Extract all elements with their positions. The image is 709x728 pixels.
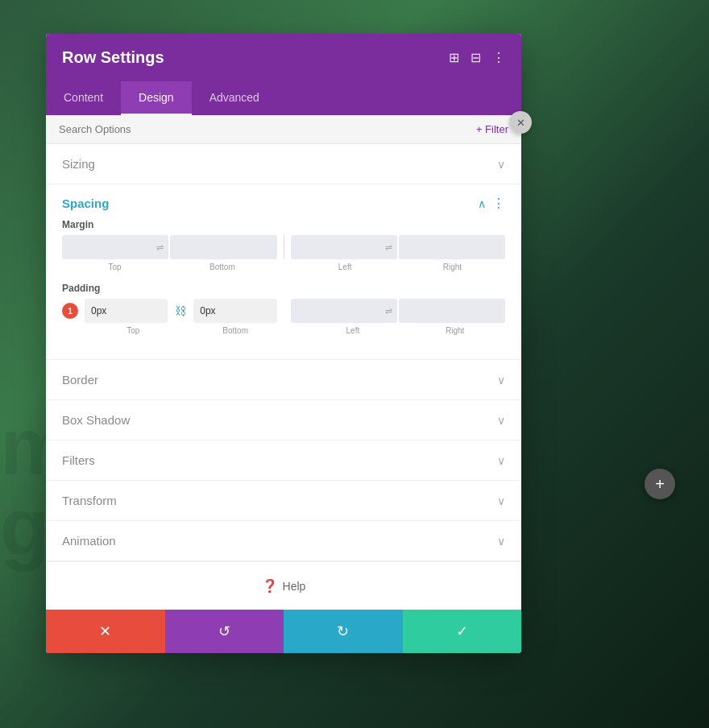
row-settings-panel: Row Settings ⊞ ⊟ ⋮ Content Design Advanc… [46, 34, 521, 653]
tabs: Content Design Advanced [46, 81, 521, 115]
padding-link-center: ⛓ [171, 304, 190, 317]
padding-top-wrap [85, 299, 168, 323]
animation-label: Animation [62, 534, 116, 548]
spacing-options-icon[interactable]: ⋮ [492, 196, 505, 211]
redo-button[interactable]: ↻ [284, 610, 403, 653]
padding-right-label: Right [404, 326, 505, 335]
margin-top-link-icon: ⇌ [156, 242, 164, 253]
margin-bottom-input[interactable] [170, 235, 276, 259]
padding-lr-group: ⇌ [291, 299, 506, 323]
filters-label: Filters [62, 453, 95, 467]
transform-chevron: ∨ [497, 494, 505, 507]
spacing-title: Spacing [62, 196, 109, 210]
box-shadow-label: Box Shadow [62, 413, 130, 427]
margin-top-input[interactable] [62, 235, 168, 259]
margin-top-label: Top [62, 263, 168, 271]
spacing-collapse-icon[interactable]: ∧ [478, 197, 486, 210]
padding-left-wrap: ⇌ [291, 299, 397, 323]
panel-header: Row Settings ⊞ ⊟ ⋮ [46, 34, 521, 81]
margin-tb-group: ⇌ [62, 235, 277, 259]
panel-footer: ✕ ↺ ↻ ✓ [46, 610, 521, 653]
spacing-header: Spacing ∧ ⋮ [46, 184, 521, 219]
save-button[interactable]: ✓ [403, 610, 522, 653]
margin-left-label: Left [292, 263, 398, 271]
split-icon[interactable]: ⊟ [471, 50, 481, 65]
sizing-label: Sizing [62, 157, 95, 171]
margin-right-wrap [399, 235, 505, 259]
chain-link-icon[interactable]: ⛓ [175, 304, 186, 317]
margin-lr-group: ⇌ [291, 235, 506, 259]
padding-label: Padding [62, 283, 505, 294]
panel-title: Row Settings [62, 48, 164, 67]
padding-top-input[interactable] [85, 299, 168, 323]
margin-left-wrap: ⇌ [291, 235, 397, 259]
padding-left-label: Left [303, 326, 404, 335]
margin-left-link-icon: ⇌ [385, 242, 392, 253]
padding-right-input[interactable] [399, 299, 505, 323]
margin-divider [284, 235, 284, 259]
sizing-chevron: ∨ [497, 158, 505, 171]
filters-section: Filters ∨ [46, 441, 521, 481]
margin-bottom-label: Bottom [169, 263, 275, 271]
header-icons: ⊞ ⊟ ⋮ [449, 50, 505, 65]
margin-row: ⇌ ⇌ [62, 235, 505, 259]
animation-chevron: ∨ [497, 535, 505, 548]
transform-label: Transform [62, 494, 117, 507]
padding-spacer [288, 326, 301, 335]
more-icon[interactable]: ⋮ [492, 50, 505, 65]
panel-body: Sizing ∨ Spacing ∧ ⋮ Margin [46, 144, 521, 610]
margin-bottom-wrap [170, 235, 276, 259]
spacing-icons: ∧ ⋮ [478, 196, 505, 211]
padding-right-wrap [399, 299, 505, 323]
search-bar: + Filter [46, 115, 521, 144]
help-section: ❓ Help [46, 561, 521, 610]
undo-button[interactable]: ↺ [165, 610, 284, 653]
spacing-left: Spacing [62, 196, 109, 210]
filter-button[interactable]: + Filter [476, 123, 508, 135]
focus-icon[interactable]: ⊞ [449, 50, 459, 65]
padding-top-label: Top [83, 326, 184, 335]
padding-bottom-input[interactable] [193, 299, 276, 323]
animation-section: Animation ∨ [46, 521, 521, 561]
border-chevron: ∨ [497, 374, 505, 387]
search-input[interactable] [59, 123, 476, 135]
margin-left-input[interactable] [291, 235, 397, 259]
help-icon: ❓ [262, 578, 278, 594]
padding-sub-labels: Top Bottom Left Right [62, 326, 505, 335]
border-header[interactable]: Border ∨ [46, 360, 521, 399]
sizing-header[interactable]: Sizing ∨ [46, 144, 521, 184]
tab-advanced[interactable]: Advanced [192, 81, 277, 115]
spacing-section: Spacing ∧ ⋮ Margin ⇌ [46, 184, 521, 360]
tab-content[interactable]: Content [46, 81, 121, 115]
help-text[interactable]: Help [283, 580, 306, 593]
animation-header[interactable]: Animation ∨ [46, 521, 521, 560]
margin-right-label: Right [400, 263, 505, 271]
margin-sub-labels: Top Bottom Left Right [62, 263, 505, 271]
box-shadow-header[interactable]: Box Shadow ∨ [46, 400, 521, 440]
add-button[interactable]: + [645, 469, 675, 499]
padding-left-link-icon: ⇌ [385, 306, 392, 316]
sizing-section: Sizing ∨ [46, 144, 521, 184]
padding-badge-space [62, 326, 81, 335]
margin-label: Margin [62, 219, 505, 230]
tab-design[interactable]: Design [121, 81, 192, 115]
margin-top-wrap: ⇌ [62, 235, 168, 259]
padding-bottom-wrap [193, 299, 276, 323]
border-label: Border [62, 373, 98, 387]
box-shadow-section: Box Shadow ∨ [46, 400, 521, 441]
filters-chevron: ∨ [497, 454, 505, 467]
close-button[interactable]: ✕ [509, 111, 532, 134]
cancel-button[interactable]: ✕ [46, 610, 165, 653]
transform-header[interactable]: Transform ∨ [46, 481, 521, 520]
margin-spacer [277, 263, 291, 271]
padding-row: 1 ⛓ [62, 299, 505, 323]
border-section: Border ∨ [46, 360, 521, 400]
padding-left-input[interactable] [291, 299, 397, 323]
padding-bottom-label: Bottom [185, 326, 286, 335]
box-shadow-chevron: ∨ [497, 414, 505, 427]
transform-section: Transform ∨ [46, 481, 521, 521]
margin-right-input[interactable] [399, 235, 505, 259]
filters-header[interactable]: Filters ∨ [46, 441, 521, 480]
padding-badge: 1 [62, 303, 78, 319]
spacing-content: Margin ⇌ [46, 219, 521, 359]
